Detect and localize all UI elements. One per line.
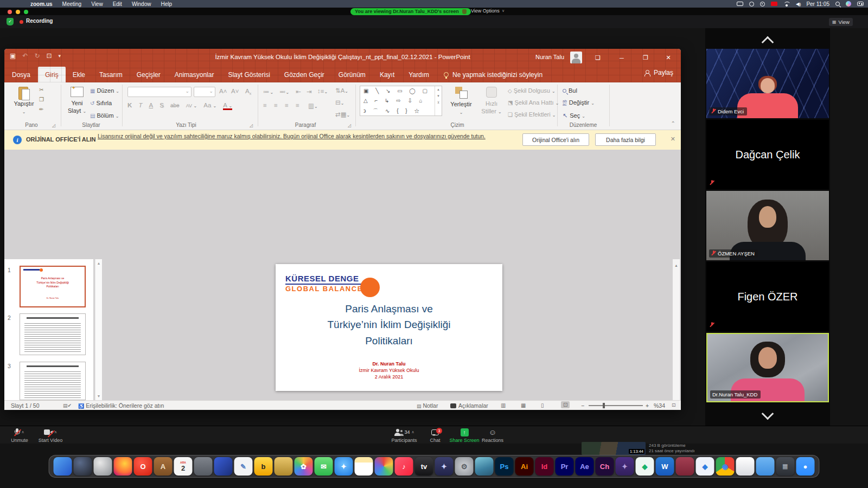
reactions-button[interactable]: ☺ Reactions [478, 428, 507, 443]
zoom-slider[interactable] [589, 405, 643, 406]
dock-app-blue-diamond[interactable]: ◆ [696, 457, 714, 476]
tab-yardim[interactable]: Yardım [401, 67, 436, 82]
slide-thumbnail-1[interactable]: Paris Anlaşması ve Türkiye’nin İklim Değ… [20, 266, 86, 307]
clear-formatting-button[interactable]: Ax [245, 88, 251, 95]
dock-illustrator[interactable]: Ai [515, 457, 534, 476]
dock-browser-dark[interactable] [74, 457, 92, 476]
change-case-button[interactable]: Aa ⌄ [203, 102, 216, 108]
section-button[interactable]: ▤Bölüm ⌄ [90, 112, 119, 119]
accessibility-check[interactable]: ♿ Erişilebilirlik: Önerilere göz atın [78, 402, 164, 409]
menubar-app-name[interactable]: zoom.us [30, 1, 53, 7]
shapes-gallery[interactable]: ▣ ╲ ↘ ▭ ◯ ▢ △ ⌐ ↳ ⇨ ⇩ ⌂ ϶ ⌒ ∿ { } ☆ ▲▼⊻ [360, 86, 442, 116]
dock-music[interactable]: ♪ [395, 457, 413, 476]
chat-button[interactable]: 3 Chat [424, 428, 446, 443]
underline-button[interactable]: A [149, 102, 153, 108]
dock-indesign[interactable]: Id [535, 457, 554, 476]
warning-link-text[interactable]: Lisansınız orijinal değil ve yazılım sah… [98, 132, 506, 140]
shapes-gallery-scroll[interactable]: ▲▼⊻ [435, 86, 442, 115]
select-button[interactable]: ↖Seç ⌄ [563, 112, 585, 119]
dock-word[interactable]: W [656, 457, 674, 476]
dock-tv[interactable]: tv [415, 457, 433, 476]
control-center-icon[interactable] [857, 2, 864, 6]
fit-to-window-icon[interactable]: ⊡ [672, 402, 676, 408]
tell-me-box[interactable]: Ne yapmak istediğinizi söyleyin [444, 67, 542, 82]
dock-premiere[interactable]: Pr [556, 457, 574, 476]
participant-tile-nuran-talu[interactable]: Dr.Nuran Talu_KDD [706, 333, 829, 402]
dock-app-teal-diamond[interactable]: ◆ [636, 457, 654, 476]
ppt-restore-button[interactable]: ❐ [636, 49, 655, 67]
ppt-close-button[interactable]: ✕ [659, 49, 678, 67]
input-language-flag-icon[interactable] [771, 2, 777, 6]
normal-view-button[interactable]: ▥ [501, 402, 506, 408]
menubar-clock[interactable]: Per 11:05 [806, 1, 829, 7]
dock-photos-2[interactable] [375, 457, 393, 476]
tab-giris[interactable]: Giriş [38, 67, 66, 82]
slide-sorter-button[interactable]: ▦ [521, 402, 526, 408]
dock-dictionary[interactable]: A [154, 457, 173, 476]
menu-edit[interactable]: Edit [113, 1, 122, 7]
share-screen-button[interactable]: ↑ Share Screen [446, 428, 483, 443]
view-options-button[interactable]: View Options∨ [471, 8, 505, 14]
justify-button[interactable]: ≡ [296, 102, 299, 108]
zoom-out-button[interactable]: − [581, 402, 584, 409]
security-shield-icon[interactable]: ✓ [7, 18, 14, 25]
scroll-participants-up-icon[interactable] [762, 36, 774, 49]
tab-gecisler[interactable]: Geçişler [130, 67, 168, 82]
scroll-up-icon[interactable]: ▲ [673, 264, 680, 267]
dock-adobe-app[interactable]: ✦ [616, 457, 634, 476]
participants-button[interactable]: 34∧ Participants [385, 428, 423, 443]
spellcheck-icon[interactable]: ▤✔ [63, 403, 72, 408]
account-name[interactable]: Nuran Talu [535, 54, 564, 60]
zoom-percentage[interactable]: %34 [654, 402, 665, 409]
text-shadow-button[interactable]: S [159, 102, 164, 108]
dock-photoshop[interactable]: Ps [495, 457, 514, 476]
thumb-scroll-up-icon[interactable]: ▲ [95, 261, 102, 265]
format-painter-button[interactable]: ✏ [39, 106, 44, 112]
shape-effects-button[interactable]: ❏Şekil Efektleri ⌄ [508, 111, 556, 118]
align-text-button[interactable]: ⊟⌄ [335, 99, 344, 106]
scroll-participants-down-icon[interactable] [762, 408, 774, 420]
fullscreen-traffic-light[interactable] [24, 10, 28, 14]
increase-indent-button[interactable]: ⇥ [307, 88, 312, 95]
dock-settings[interactable]: ⚙ [455, 457, 474, 476]
redo-button[interactable]: ↻ [34, 52, 40, 60]
customize-qat-button[interactable]: ▾ [59, 53, 61, 59]
ribbon-display-options-button[interactable]: ❏ [589, 49, 607, 67]
start-slideshow-button[interactable]: ⊡ [46, 52, 52, 60]
line-spacing-button[interactable]: ↕≡⌄ [317, 88, 328, 94]
dock-app-navy[interactable] [214, 457, 233, 476]
decrease-indent-button[interactable]: ⇤ [296, 88, 301, 95]
more-info-button[interactable]: Daha fazla bilgi [595, 133, 656, 146]
thumbnail-scrollbar[interactable]: ▲ ▼ [95, 259, 102, 400]
font-name-combo[interactable] [127, 87, 192, 97]
close-traffic-light[interactable] [8, 10, 12, 14]
slide-scrollbar[interactable]: ▲ ⇑ ⇓ ▼ [673, 259, 680, 400]
dock-safari[interactable]: ✦ [335, 457, 353, 476]
dock-folder[interactable] [756, 457, 775, 476]
save-button[interactable]: ▣ [10, 52, 16, 60]
gallery-view-button[interactable]: ▦ View [829, 18, 853, 26]
quick-styles-button[interactable]: HızlıStiller ⌄ [478, 87, 505, 115]
notes-button[interactable]: ▤ Notlar [417, 402, 438, 409]
thumb-scroll-down-icon[interactable]: ▼ [95, 394, 102, 398]
dock-app-gray[interactable] [194, 457, 213, 476]
bold-button[interactable]: K [127, 102, 132, 108]
columns-button[interactable]: ▥⌄ [308, 102, 318, 110]
start-video-button[interactable]: ∧ Start Video [34, 428, 67, 443]
dock-opera[interactable]: O [134, 457, 152, 476]
slideshow-view-button[interactable]: ⊡ [561, 401, 570, 408]
menubar-app-icon[interactable] [760, 2, 765, 7]
spotlight-search-icon[interactable] [835, 2, 840, 6]
dock-browser-gray[interactable] [94, 457, 112, 476]
dock-app-blue[interactable] [54, 457, 72, 476]
dock-character-animator[interactable]: Ch [596, 457, 614, 476]
slide-thumbnail-3[interactable] [20, 362, 86, 400]
account-avatar[interactable] [570, 52, 582, 63]
reset-button[interactable]: ↺Sıfırla [90, 100, 112, 106]
wifi-icon[interactable] [783, 2, 790, 7]
paste-button[interactable]: Yapıştır⌄ [12, 86, 36, 115]
dock-preview[interactable]: ✎ [234, 457, 253, 476]
participant-tile-figen-ozer[interactable]: Figen ÖZER [706, 262, 829, 331]
shape-outline-button[interactable]: ⬔Şekil Ana Hattı ⌄ [508, 99, 559, 106]
layout-button[interactable]: ▦Düzen ⌄ [90, 87, 119, 94]
